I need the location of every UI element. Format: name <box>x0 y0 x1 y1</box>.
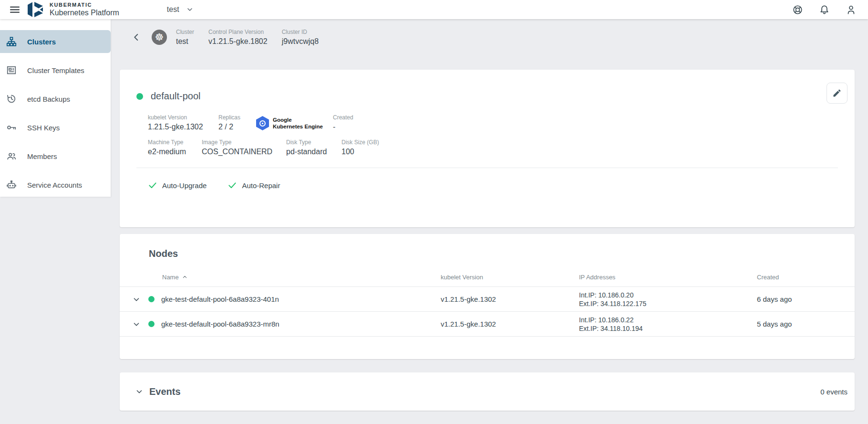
service-accounts-icon <box>6 180 17 190</box>
toggle-label: Auto-Repair <box>242 181 280 190</box>
control-plane-version: v1.21.5-gke.1802 <box>208 37 268 46</box>
events-title: Events <box>149 386 181 397</box>
node-status-dot <box>148 296 155 302</box>
nodes-title: Nodes <box>120 234 855 259</box>
topbar-actions <box>792 4 857 15</box>
field-value: 100 <box>341 148 379 156</box>
table-header-row: Name kubelet Version IP Addresses Create… <box>120 268 855 287</box>
field-label: Image Type <box>202 139 286 146</box>
cluster-field: Cluster test <box>176 29 194 46</box>
sidebar-item-label: Members <box>27 152 57 160</box>
field-label: Replicas <box>218 114 256 121</box>
node-ip-addresses: Int.IP: 10.186.0.22 Ext.IP: 34.118.10.19… <box>579 316 757 333</box>
top-bar: KUBERMATIC Kubernetes Platform test <box>0 0 868 19</box>
field-label: Created <box>333 114 353 121</box>
field-value: e2-medium <box>148 148 202 156</box>
cluster-templates-icon <box>6 65 17 75</box>
gke-hexagon-icon <box>256 116 269 130</box>
sidebar-item-label: Service Accounts <box>27 181 82 189</box>
cluster-id-field: Cluster ID j9wtvcwjq8 <box>282 29 319 46</box>
kubermatic-app: KUBERMATIC Kubernetes Platform test <box>0 0 868 424</box>
md-fields-row-2: Machine Type e2-medium Image Type COS_CO… <box>148 139 838 156</box>
field-label: Cluster ID <box>282 29 319 35</box>
field-label: Machine Type <box>148 139 202 146</box>
md-fields-row-1: kubelet Version 1.21.5-gke.1302 Replicas… <box>148 114 838 131</box>
node-kubelet-version: v1.21.5-gke.1302 <box>441 320 579 328</box>
chevron-left-icon <box>131 32 142 42</box>
column-header-name[interactable]: Name <box>120 274 441 281</box>
user-icon[interactable] <box>845 4 857 15</box>
sidebar-item-etcd-backups[interactable]: etcd Backups <box>0 87 111 110</box>
sidebar-item-label: SSH Keys <box>27 124 60 132</box>
kubelet-version-field: kubelet Version 1.21.5-gke.1302 <box>148 114 218 131</box>
column-header-created[interactable]: Created <box>757 274 855 281</box>
events-card[interactable]: Events 0 events <box>120 372 855 411</box>
expand-chevron-icon[interactable] <box>135 387 144 396</box>
expand-chevron-icon[interactable] <box>132 320 141 329</box>
menu-icon[interactable] <box>5 0 25 19</box>
node-name: gke-test-default-pool-6a8a9323-mr8n <box>161 320 279 328</box>
field-label: Disk Size (GB) <box>341 139 379 146</box>
machine-deployment-header: default-pool <box>136 70 838 102</box>
toggle-label: Auto-Upgrade <box>162 181 207 190</box>
column-header-kubelet-version[interactable]: kubelet Version <box>441 274 579 281</box>
image-type-field: Image Type COS_CONTAINERD <box>202 139 286 156</box>
brand-name: KUBERMATIC <box>50 2 119 8</box>
node-internal-ip: Int.IP: 10.186.0.20 <box>579 291 757 299</box>
back-button[interactable] <box>131 32 142 43</box>
expand-chevron-icon[interactable] <box>132 295 141 304</box>
edit-button[interactable] <box>827 83 847 104</box>
node-name: gke-test-default-pool-6a8a9323-401n <box>161 295 279 303</box>
sidebar-item-cluster-templates[interactable]: Cluster Templates <box>0 59 111 82</box>
column-label: Name <box>162 274 179 281</box>
replicas-field: Replicas 2 / 2 <box>218 114 256 131</box>
ssh-keys-icon <box>6 122 17 133</box>
field-label: Control Plane Version <box>208 29 268 35</box>
auto-repair-indicator: Auto-Repair <box>227 180 280 190</box>
node-external-ip: Ext.IP: 34.118.10.194 <box>579 324 757 333</box>
gke-logo-text: Google Kubernetes Engine <box>273 117 323 130</box>
node-created: 6 days ago <box>757 295 855 303</box>
project-selector[interactable]: test <box>167 5 194 14</box>
machine-deployment-name: default-pool <box>151 91 201 102</box>
sidebar-item-service-accounts[interactable]: Service Accounts <box>0 173 111 196</box>
cluster-fields: Cluster test Control Plane Version v1.21… <box>176 29 319 46</box>
sidebar-item-label: Clusters <box>27 38 56 46</box>
cluster-name: test <box>176 37 194 46</box>
project-name: test <box>167 5 179 14</box>
nodes-table: Name kubelet Version IP Addresses Create… <box>120 268 855 337</box>
machine-type-field: Machine Type e2-medium <box>148 139 202 156</box>
sidebar-item-ssh-keys[interactable]: SSH Keys <box>0 116 111 139</box>
node-row[interactable]: gke-test-default-pool-6a8a9323-mr8n v1.2… <box>120 312 855 337</box>
chevron-down-icon <box>186 6 194 13</box>
check-icon <box>227 180 237 190</box>
brand-product: Kubernetes Platform <box>50 9 119 17</box>
nodes-card: Nodes Name kubelet Version IP Addresses … <box>120 234 855 359</box>
members-icon <box>6 151 17 161</box>
sidebar: Clusters Cluster Templates <box>0 19 111 197</box>
check-icon <box>148 180 157 190</box>
node-ip-addresses: Int.IP: 10.186.0.20 Ext.IP: 34.118.122.1… <box>579 291 757 308</box>
brand-text: KUBERMATIC Kubernetes Platform <box>50 2 119 17</box>
node-external-ip: Ext.IP: 34.118.122.175 <box>579 299 757 308</box>
node-row[interactable]: gke-test-default-pool-6a8a9323-401n v1.2… <box>120 287 855 312</box>
node-internal-ip: Int.IP: 10.186.0.22 <box>579 316 757 324</box>
cluster-id: j9wtvcwjq8 <box>282 37 319 46</box>
sidebar-item-label: Cluster Templates <box>27 66 84 74</box>
help-icon[interactable] <box>792 4 803 15</box>
events-count-badge: 0 events <box>820 388 847 396</box>
main-content: ☸ Cluster test Control Plane Version v1.… <box>111 19 868 424</box>
column-header-ip-addresses[interactable]: IP Addresses <box>579 274 757 281</box>
hamburger-icon <box>9 4 21 15</box>
field-value: 1.21.5-gke.1302 <box>148 123 218 131</box>
field-value: pd-standard <box>286 148 341 156</box>
disk-type-field: Disk Type pd-standard <box>286 139 341 156</box>
provider-logo-field: Google Kubernetes Engine <box>256 114 333 131</box>
node-kubelet-version: v1.21.5-gke.1302 <box>441 295 579 303</box>
sidebar-item-members[interactable]: Members <box>0 145 111 168</box>
field-value: 2 / 2 <box>218 123 256 131</box>
notifications-icon[interactable] <box>818 4 830 15</box>
status-dot <box>136 93 143 100</box>
node-created: 5 days ago <box>757 320 855 328</box>
sidebar-item-clusters[interactable]: Clusters <box>0 30 111 53</box>
